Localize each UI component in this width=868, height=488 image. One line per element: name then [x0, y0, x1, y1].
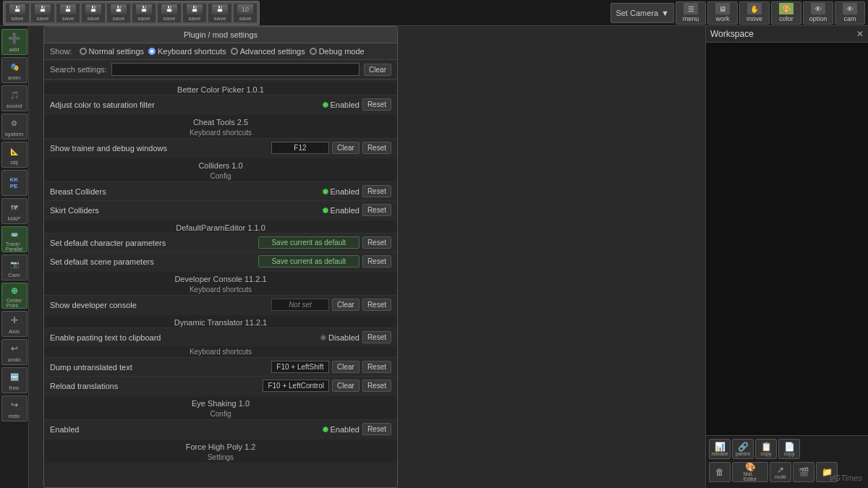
hotkey-box-reload-translations: F10 + LeftControl: [263, 380, 329, 392]
clear-button-reload-translations[interactable]: Clear: [332, 380, 359, 392]
setting-label-eye-shaking-enabled: Enabled: [50, 425, 323, 434]
reset-button-breast-colliders[interactable]: Reset: [362, 185, 391, 197]
workspace-mat-editor-btn[interactable]: 🎨 Mat.Editor: [732, 462, 768, 482]
plugin-section-force-high-poly: Force High Poly 1.2 Settings: [44, 440, 397, 463]
camera-select[interactable]: Set Camera ▼: [610, 3, 674, 23]
disabled-indicator-pasting: Disabled: [320, 333, 359, 342]
toolbar-move-btn[interactable]: ✋ move: [739, 1, 770, 25]
workspace-close-button[interactable]: ✕: [856, 29, 864, 39]
save-button-8[interactable]: 💾 save: [182, 3, 207, 23]
workspace-route-btn[interactable]: ↗ route: [770, 462, 791, 482]
reset-button-devconsole[interactable]: Reset: [362, 299, 391, 311]
setting-label-adjust-color: Adjust color to saturation filter: [50, 100, 323, 109]
subsection-keyboard-devconsole: Keyboard shortcuts: [44, 284, 397, 295]
sidebar-item-travel-parallel[interactable]: 🚌 TravelParallel: [1, 226, 27, 252]
sidebar-item-obj[interactable]: 📐 obj: [1, 142, 27, 168]
reset-button-default-character[interactable]: Reset: [362, 236, 391, 249]
setting-controls-trainer-debug: F12 Clear Reset: [271, 142, 391, 154]
reset-button-skirt-colliders[interactable]: Reset: [362, 204, 391, 216]
workspace-delete-btn[interactable]: 🗑: [709, 462, 731, 482]
toolbar-option-btn[interactable]: 👁 option: [803, 1, 833, 25]
sidebar-item-free[interactable]: 🆓 free: [1, 367, 27, 393]
plugin-section-default-param-editor: DefaultParamEditor 1.1.0 Set default cha…: [44, 221, 397, 270]
reset-button-dump-untranslated[interactable]: Reset: [362, 361, 391, 373]
save-button-2[interactable]: 💾 save: [30, 3, 55, 23]
workspace-parent-btn[interactable]: 🔗 parent: [732, 439, 754, 459]
radio-dot-advanced: [231, 48, 238, 55]
setting-label-breast-colliders: Breast Colliders: [50, 187, 323, 196]
copy-icon: 📋: [761, 442, 772, 451]
radio-debug-mode[interactable]: Debug mode: [310, 47, 365, 56]
system-icon: ⚙: [7, 116, 22, 130]
sidebar-item-anim[interactable]: 🎭 anim: [1, 57, 27, 83]
clear-button-trainer-debug[interactable]: Clear: [332, 142, 359, 154]
toolbar-cam-btn[interactable]: 👁 cam: [835, 1, 865, 25]
workspace-copy-btn[interactable]: 📋 copy: [755, 439, 777, 459]
save-button-9[interactable]: 💾 save: [208, 3, 232, 23]
sidebar-item-sound[interactable]: 🎵 sound: [1, 85, 27, 111]
sidebar-item-kkpe[interactable]: KKPE: [1, 170, 27, 196]
save-default-button-character[interactable]: Save current as default: [258, 236, 359, 249]
plugin-name-better-color-picker: Better Color Picker 1.0.1: [44, 82, 397, 95]
save-icon-5: 💾: [111, 4, 127, 14]
reset-button-reload-translations[interactable]: Reset: [362, 380, 391, 392]
save-button-1[interactable]: 💾 save: [5, 3, 30, 23]
plugin-section-better-color-picker: Better Color Picker 1.0.1 Adjust color t…: [44, 82, 397, 114]
workspace-viewport: [706, 43, 868, 436]
center-area: Plugin / mod settings Show: Normal setti…: [29, 26, 705, 488]
clear-button-devconsole[interactable]: Clear: [332, 299, 359, 311]
workspace-release-btn[interactable]: 📊 release: [709, 439, 731, 459]
workspace-camera-btn[interactable]: 🎬: [793, 462, 814, 482]
setting-row-adjust-color: Adjust color to saturation filter Enable…: [44, 95, 397, 114]
save-button-10[interactable]: 10 save: [233, 3, 258, 23]
save-button-5[interactable]: 💾 save: [106, 3, 131, 23]
setting-controls-dump-untranslated: F10 + LeftShift Clear Reset: [271, 361, 391, 373]
save-icon-10: 10: [237, 4, 253, 14]
toolbar-color-btn[interactable]: 🎨 color: [771, 1, 801, 25]
setting-controls-breast-colliders: Enabled Reset: [323, 185, 392, 197]
toolbar-work-btn[interactable]: 🖥 work: [707, 1, 738, 25]
sidebar-item-axis[interactable]: ✛ Axis: [1, 311, 27, 337]
sidebar-item-undo[interactable]: ↩ undo: [1, 339, 27, 365]
workspace-header: Workspace ✕: [706, 26, 868, 43]
reset-button-default-scene[interactable]: Reset: [362, 255, 391, 267]
sidebar-item-map[interactable]: 🗺 MAP: [1, 198, 27, 224]
redo-icon: ↪: [7, 398, 22, 412]
radio-normal-settings[interactable]: Normal settings: [80, 47, 144, 56]
sidebar-item-system[interactable]: ⚙ system: [1, 114, 27, 140]
reset-button-enable-pasting[interactable]: Reset: [362, 331, 391, 343]
search-clear-button[interactable]: Clear: [364, 64, 391, 76]
sidebar-item-redo[interactable]: ↪ redo: [1, 395, 27, 421]
work-icon: 🖥: [715, 3, 730, 14]
setting-controls-skirt-colliders: Enabled Reset: [323, 204, 392, 216]
hotkey-notset-devconsole: Not set: [271, 299, 329, 311]
radio-keyboard-shortcuts[interactable]: Keyboard shortcuts: [148, 47, 226, 56]
obj-icon: 📐: [7, 144, 22, 158]
setting-label-default-character: Set default character parameters: [50, 239, 258, 247]
setting-row-eye-shaking-enabled: Enabled Enabled Reset: [44, 419, 397, 438]
save-button-3[interactable]: 💾 save: [56, 3, 80, 23]
save-button-4[interactable]: 💾 save: [81, 3, 106, 23]
toolbar-menu-btn[interactable]: ☰ menu: [676, 1, 706, 25]
clear-button-dump-untranslated[interactable]: Clear: [332, 361, 359, 373]
subsection-settings-force-high-poly: Settings: [44, 452, 397, 463]
save-button-6[interactable]: 💾 save: [132, 3, 156, 23]
reset-button-adjust-color[interactable]: Reset: [362, 98, 391, 111]
save-button-7[interactable]: 💾 save: [157, 3, 182, 23]
show-label: Show:: [50, 47, 72, 56]
sidebar-item-add[interactable]: ➕ add: [1, 29, 27, 55]
search-input[interactable]: [111, 63, 359, 76]
radio-advanced-settings[interactable]: Advanced settings: [231, 47, 305, 56]
save-default-button-scene[interactable]: Save current as default: [258, 255, 359, 267]
add-icon: ➕: [7, 31, 22, 46]
workspace-copy2-btn[interactable]: 📄 copy: [778, 439, 800, 459]
parent-icon: 🔗: [738, 442, 749, 451]
sidebar-item-cam[interactable]: 📷 Cam: [1, 254, 27, 281]
sidebar-item-center-point[interactable]: ⊕ CenterPoint: [1, 283, 27, 309]
setting-row-trainer-debug: Show trainer and debug windows F12 Clear…: [44, 138, 397, 157]
reset-button-eye-shaking-enabled[interactable]: Reset: [362, 423, 391, 435]
enabled-indicator-eye-shaking: Enabled: [323, 425, 359, 434]
search-label: Search settings:: [50, 65, 107, 74]
subsection-keyboard-cheat: Keyboard shortcuts: [44, 127, 397, 138]
reset-button-trainer-debug[interactable]: Reset: [362, 142, 391, 154]
